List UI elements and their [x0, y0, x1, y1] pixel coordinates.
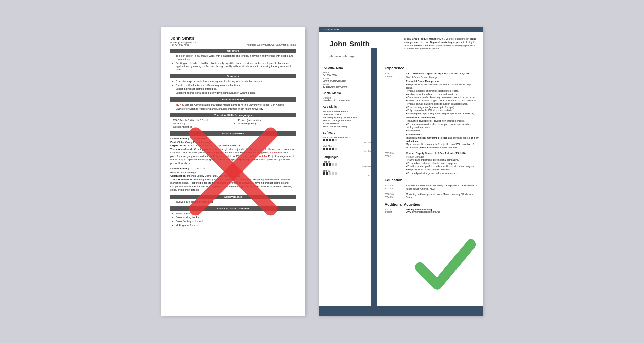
dot-empty [329, 172, 331, 175]
skill-item-4: Portfolio Deployment Plans [323, 119, 373, 122]
education-item-1: 2005-09 -2007-05 Business Administration… [385, 184, 479, 191]
left-contact: E-Mail: j.smith@mail.com Tel: 774-987-40… [170, 41, 296, 46]
summary-item-2: Creative with effective and efficient or… [176, 84, 296, 87]
dot [323, 163, 325, 166]
experience-job-1: 2010-12 -present XYZ Cosmetics Capital G… [385, 72, 479, 149]
extra-2: Enjoy reading books. [176, 216, 296, 219]
bottom-bar [319, 306, 483, 316]
left-resume: John Smith E-Mail: j.smith@mail.com Tel:… [161, 27, 305, 316]
summary-item-3: Expert in product portfolio strategies. [176, 87, 296, 91]
key-skills-title: Key Skills [323, 105, 373, 109]
skill-item-2: Analytical Thinking [323, 113, 373, 116]
skills-table: MS Office: MS Word, MS Excel Mail Chimp … [170, 119, 296, 129]
summary-item-1: Extensive experience in brand management… [176, 80, 296, 83]
www-value: cv.uptowork.com/j.smith [323, 86, 373, 88]
exp-1-date: 2010-12 -present [385, 72, 403, 149]
left-address: Address: 1905 W East Ave, San Antonio, T… [247, 44, 296, 46]
dot-empty [332, 163, 334, 166]
dot [332, 139, 334, 141]
summary-text: Global Group Product Manager with 7 year… [404, 36, 478, 50]
academic-item-2: Bachelor of Science (Marketing and Manag… [176, 107, 296, 111]
phone-value: 774-987-4009 [323, 74, 373, 76]
lang-1: French (intermediate) [238, 119, 296, 122]
dot [329, 139, 331, 141]
edu-1-content: Business Administration / Marketing Mana… [406, 184, 479, 191]
dot [326, 172, 328, 175]
skill-1: MS Office: MS Word, MS Excel [173, 119, 230, 122]
lang-item-1: French Intermediate [323, 161, 373, 168]
achievements-list: Involved in a stock sell-off project. [170, 200, 296, 204]
dot [326, 139, 328, 141]
dot [329, 148, 331, 150]
dot-empty [335, 163, 337, 166]
extra-3: Enjoy Surfing on the net. [176, 220, 296, 223]
exp-1-sub1: Product & Brand Management: [406, 80, 479, 83]
dot [323, 148, 325, 150]
software-title: Software [323, 131, 373, 135]
additional-title: Additional Activities [385, 202, 479, 206]
add-1-content: Writing and Influencing www.mymarketingc… [406, 208, 440, 213]
dot [326, 148, 328, 150]
exp-1-sub2: New Product Development: [406, 116, 479, 119]
academic-list: MBA (Business Administration, Marketing … [170, 103, 296, 111]
skill-item-5: E-mail Marketing [323, 122, 373, 125]
linkedin-label: LinkedIn [323, 97, 373, 99]
summary-item-4: Excellent interpersonal skills quickly d… [176, 91, 296, 95]
dot [326, 163, 328, 166]
left-email: E-Mail: j.smith@mail.com [170, 41, 197, 44]
phone-label: Phone [323, 71, 373, 74]
objective-header: Objective [170, 49, 296, 53]
work-2-joining: Date of Joining: 2007 to 2010 [170, 167, 296, 171]
work-1-joining: Date of Joining: 2010 to till date [170, 137, 296, 141]
experience-title: Experience [385, 66, 479, 70]
software-item-2: Mail Chimp Very Good [323, 145, 373, 152]
right-main-col: Experience 2010-12 -present XYZ Cosmetic… [377, 63, 483, 216]
dot-empty [335, 139, 337, 141]
personal-data-title: Personal Data [323, 66, 373, 70]
education-title: Education [385, 178, 479, 182]
dot [323, 172, 325, 175]
work-1-org: Organization: XYZ Cosmetics Capital Grou… [170, 144, 296, 148]
objective-item-2: Seeking a role, where I will be able to … [176, 62, 296, 71]
summary-list: Extensive experience in brand management… [170, 80, 296, 95]
exp-1-achievements: I finalized 10 global marketing projects… [406, 136, 479, 149]
right-resume: Curriculum Vitae John Smith Marketing Ma… [319, 27, 483, 316]
dot [329, 163, 331, 166]
lang-2: Spanish (basic) [238, 122, 296, 125]
main-container: John Smith E-Mail: j.smith@mail.com Tel:… [148, 14, 496, 329]
name-block: John Smith Marketing Manager [324, 36, 375, 61]
email-label: E-mail [323, 77, 373, 80]
experience-job-2: 2007-09 -2010-11 Kitchen Supply Center L… [385, 152, 479, 175]
work-header: Work Experience [170, 131, 296, 136]
objective-list: To be an expert in my area of work, with… [170, 54, 296, 71]
achievements-header: Achievements [170, 195, 296, 199]
work-block-2: Date of Joining: 2007 to 2010 Post: Prod… [170, 167, 296, 192]
exp-2-date: 2007-09 -2010-11 [385, 152, 403, 175]
social-media-title: Social Media [323, 91, 373, 95]
additional-item-1: 2012-01 -present Writing and Influencing… [385, 208, 479, 213]
extra-4: Making new friends. [176, 224, 296, 227]
dot-empty [332, 172, 334, 175]
skill-item-6: Social Media Marketing [323, 125, 373, 128]
work-block-1: Date of Joining: 2010 to till date Post:… [170, 137, 296, 165]
languages-title: Languages [323, 155, 373, 159]
technical-header: Technical Skills & Languages [170, 113, 296, 117]
edu-2-date: 2000-10 -2004-05 [385, 193, 403, 199]
work-1-scope: The scope of work: Creating global brand… [170, 148, 296, 165]
lang-item-2: Spanish Basic [323, 169, 373, 177]
software-item-1: MS Excel, MS PowerPoint Very Good [323, 136, 373, 143]
exp-1-company: XYZ Cosmetics Capital Group / San Antoni… [406, 72, 479, 76]
work-2-post: Post: Product Manager [170, 171, 296, 175]
left-tel: Tel: 774-987-4009 [170, 44, 189, 46]
exp-2-role: Product Manager [406, 155, 479, 159]
dot-empty [335, 148, 337, 150]
edu-2-content: Marketing and Management / West Miami Un… [406, 193, 479, 199]
academic-header: Academic Details [170, 97, 296, 102]
exp-1-bullets2: • Innovation development - develop new p… [406, 119, 479, 132]
cv-tag: Curriculum Vitae [322, 28, 339, 31]
dot [332, 148, 334, 150]
email-value: j.smith@uptowork.com [323, 80, 373, 82]
right-name-area: John Smith Marketing Manager Global Grou… [324, 36, 478, 61]
work-2-org: Organization: Kitchen Supply Center Ltd.… [170, 174, 296, 178]
green-check-icon [409, 228, 480, 299]
